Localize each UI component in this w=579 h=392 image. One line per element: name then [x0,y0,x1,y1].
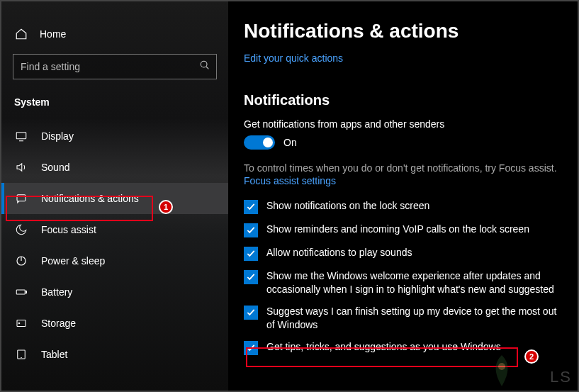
notifications-heading: Notifications [244,92,562,108]
svg-rect-4 [17,195,26,201]
checkbox-label: Show notifications on the lock screen [266,199,429,213]
checkbox-label: Show me the Windows welcome experience a… [266,269,562,296]
sidebar-item-storage[interactable]: Storage [1,308,228,339]
home-icon [14,27,28,41]
tablet-icon [14,347,28,362]
settings-sidebar: Home System Display Sound [1,1,228,391]
sidebar-item-label: Notifications & actions [41,193,139,204]
checkbox-welcome-experience[interactable]: Show me the Windows welcome experience a… [244,269,562,296]
home-label: Home [40,28,66,40]
sidebar-item-power-sleep[interactable]: Power & sleep [1,245,228,276]
focus-assist-hint: To control times when you do or don't ge… [244,162,562,174]
sidebar-item-label: Sound [41,162,69,173]
svg-rect-8 [26,291,27,293]
svg-line-1 [206,67,208,69]
sidebar-item-label: Display [41,130,74,142]
notifications-toggle[interactable] [244,135,275,150]
checkbox-icon [244,341,258,355]
display-icon [14,129,28,143]
sidebar-section-title: System [1,91,228,121]
search-icon [199,60,210,74]
checkbox-icon [244,306,258,320]
annotation-badge-1: 1 [159,200,173,214]
checkbox-lock-screen-notifications[interactable]: Show notifications on the lock screen [244,199,562,214]
sidebar-item-label: Tablet [41,349,67,360]
edit-quick-actions-link[interactable]: Edit your quick actions [244,52,562,64]
notifications-description: Get notifications from apps and other se… [244,118,562,130]
checkbox-icon [244,270,258,284]
toggle-state-label: On [283,137,297,148]
checkbox-label: Get tips, tricks, and suggestions as you… [266,340,501,354]
svg-rect-7 [16,290,25,294]
sound-icon [14,160,28,174]
annotation-badge-2: 2 [524,349,539,364]
svg-rect-2 [16,133,26,139]
main-content: Notifications & actions Edit your quick … [228,1,578,391]
sidebar-item-label: Power & sleep [41,255,105,267]
svg-point-10 [18,323,20,324]
checkbox-reminders-voip[interactable]: Show reminders and incoming VoIP calls o… [244,223,562,237]
checkbox-tips-tricks[interactable]: Get tips, tricks, and suggestions as you… [244,340,562,355]
sidebar-nav: Display Sound Notifications & actions Fo… [1,121,228,370]
notifications-icon [14,191,28,206]
sidebar-item-notifications[interactable]: Notifications & actions [1,183,228,214]
checkbox-icon [244,200,258,214]
sidebar-item-label: Battery [41,286,72,298]
checkbox-label: Suggest ways I can finish setting up my … [266,305,562,332]
sidebar-item-display[interactable]: Display [1,121,228,152]
search-input[interactable] [21,61,199,72]
sidebar-item-label: Storage [41,318,76,329]
checkbox-label: Allow notifications to play sounds [266,246,412,259]
sidebar-item-battery[interactable]: Battery [1,276,228,308]
search-field[interactable] [13,54,217,79]
battery-icon [14,285,28,299]
sidebar-item-tablet[interactable]: Tablet [1,339,228,370]
storage-icon [14,316,28,330]
sidebar-item-label: Focus assist [41,224,96,235]
checkbox-icon [244,247,258,261]
power-icon [14,254,28,268]
notification-checkbox-list: Show notifications on the lock screen Sh… [244,199,562,355]
focus-assist-settings-link[interactable]: Focus assist settings [244,175,562,186]
sidebar-item-sound[interactable]: Sound [1,152,228,183]
checkbox-play-sounds[interactable]: Allow notifications to play sounds [244,246,562,261]
svg-point-0 [201,61,207,67]
checkbox-finish-setup[interactable]: Suggest ways I can finish setting up my … [244,305,562,332]
sidebar-item-focus-assist[interactable]: Focus assist [1,214,228,245]
home-nav[interactable]: Home [1,21,228,54]
checkbox-icon [244,223,258,237]
focus-assist-icon [14,223,28,237]
page-title: Notifications & actions [244,20,562,43]
checkbox-label: Show reminders and incoming VoIP calls o… [266,223,529,236]
